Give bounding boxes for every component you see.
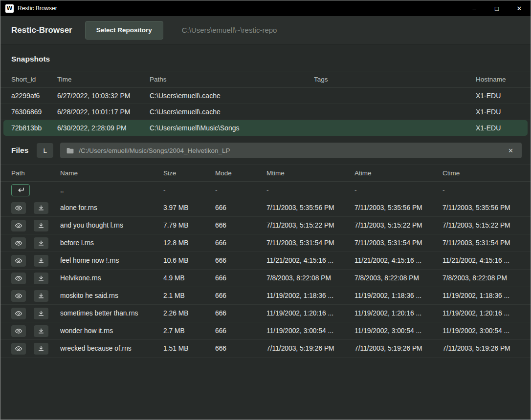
column-header-mode: Mode [215,169,266,177]
preview-button[interactable] [11,308,26,319]
download-button[interactable] [34,220,48,231]
download-icon [38,222,44,229]
column-header-short-id: Short_id [11,76,57,83]
preview-button[interactable] [11,202,26,214]
file-row: wrecked because of.rns 1.51 MB 666 7/11/… [0,340,531,357]
files-toolbar: Files L /C:/Users/emuell/Music/Songs/200… [0,136,531,165]
file-ctime: 11/19/2002, 3:00:54 ... [442,327,520,335]
snapshot-time: 6/28/2022, 10:01:17 PM [57,108,150,116]
download-button[interactable] [34,343,48,355]
column-header-path: Path [11,169,60,177]
download-button[interactable] [34,273,48,284]
titlebar: W Restic Browser – □ ✕ [0,0,531,16]
download-button[interactable] [34,325,48,337]
file-row: before l.rns 12.8 MB 666 7/11/2003, 5:31… [0,234,531,252]
file-name: moskito he said.rns [60,292,163,299]
file-mode: 666 [215,327,266,335]
breadcrumb-path: /C:/Users/emuell/Music/Songs/2004_Helvet… [79,147,506,154]
file-mtime: 11/19/2002, 3:00:54 ... [266,327,354,335]
preview-button[interactable] [11,255,26,267]
download-icon [38,205,44,211]
download-button[interactable] [34,255,48,267]
file-mtime: 7/11/2003, 5:19:26 PM [266,345,354,352]
file-mtime: 11/19/2002, 1:18:36 ... [266,292,354,299]
maximize-icon[interactable]: □ [486,0,508,16]
file-mode: 666 [215,345,266,352]
file-ctime: 7/11/2003, 5:19:26 PM [442,345,520,352]
file-name: feel home now !.rns [60,257,163,264]
download-icon [38,293,44,299]
column-header-tags: Tags [314,76,476,83]
file-size: 12.8 MB [163,239,215,247]
close-icon[interactable]: ✕ [508,0,531,16]
preview-button[interactable] [11,220,26,231]
file-mtime: 7/11/2003, 5:31:54 PM [266,239,354,247]
preview-button[interactable] [11,290,26,302]
preview-button[interactable] [11,343,26,355]
snapshots-section-title: Snapshots [0,44,531,71]
clear-path-icon[interactable]: ✕ [506,146,515,155]
breadcrumb[interactable]: /C:/Users/emuell/Music/Songs/2004_Helvet… [60,143,522,158]
file-name: alone for.rns [60,204,163,211]
file-mode: 666 [215,239,266,247]
file-ctime: 7/11/2003, 5:31:54 PM [442,239,520,247]
minimize-icon[interactable]: – [463,0,486,16]
eye-icon [15,293,22,299]
file-ctime: 7/11/2003, 5:15:22 PM [442,222,520,229]
window-controls: – □ ✕ [463,0,531,16]
download-icon [38,345,44,352]
column-header-time: Time [57,76,150,83]
snapshot-time: 6/27/2022, 10:03:32 PM [57,92,150,100]
list-mode-button[interactable]: L [37,143,53,158]
snapshot-row-selected[interactable]: 72b813bb 6/30/2022, 2:28:09 PM C:\Users\… [0,120,531,136]
snapshot-short-id: 72b813bb [11,124,57,132]
app-title: Restic-Browser [11,25,72,35]
download-button[interactable] [34,237,48,249]
file-mode: 666 [215,257,266,264]
file-name: wrecked because of.rns [60,345,163,352]
preview-button[interactable] [11,325,26,337]
file-atime: 11/19/2002, 1:18:36 ... [354,292,442,299]
file-row: alone for.rns 3.97 MB 666 7/11/2003, 5:3… [0,199,531,217]
column-header-hostname: Hostname [476,76,520,83]
preview-button[interactable] [11,273,26,284]
file-atime: 11/19/2002, 3:00:54 ... [354,327,442,335]
file-atime: 7/8/2003, 8:22:08 PM [354,274,442,282]
repository-path: C:\Users\emuell\~\restic-repo [182,26,277,34]
select-repository-button[interactable]: Select Repository [85,21,163,40]
file-ctime: 7/8/2003, 8:22:08 PM [442,274,520,282]
snapshot-hostname: X1-EDU [476,124,520,132]
file-atime: 11/19/2002, 1:20:16 ... [354,310,442,317]
column-header-size: Size [163,169,215,177]
snapshot-row[interactable]: 76306869 6/28/2022, 10:01:17 PM C:\Users… [0,104,531,120]
download-icon [38,328,44,334]
download-button[interactable] [34,202,48,214]
preview-button[interactable] [11,237,26,249]
snapshot-short-id: 76306869 [11,108,57,116]
download-icon [38,257,44,264]
column-header-ctime: Ctime [442,169,520,177]
file-row: sometimes better than.rns 2.26 MB 666 11… [0,305,531,322]
file-row: wonder how it.rns 2.7 MB 666 11/19/2002,… [0,322,531,340]
app-window: W Restic Browser – □ ✕ Restic-Browser Se… [0,0,531,420]
file-atime: 7/11/2003, 5:31:54 PM [354,239,442,247]
file-size: 2.7 MB [163,327,215,335]
eye-icon [15,205,22,211]
files-section-title: Files [11,146,28,155]
file-size: - [163,187,215,194]
download-button[interactable] [34,308,48,319]
file-atime: 7/11/2003, 5:19:26 PM [354,345,442,352]
go-up-button[interactable] [11,184,30,196]
file-mode: 666 [215,292,266,299]
file-row: and you thought l.rns 7.79 MB 666 7/11/2… [0,217,531,234]
download-icon [38,310,44,316]
download-button[interactable] [34,290,48,302]
snapshot-row[interactable]: a2299af6 6/27/2022, 10:03:32 PM C:\Users… [0,88,531,104]
app-logo-icon: W [5,4,14,13]
file-mtime: - [266,187,354,194]
file-size: 1.51 MB [163,345,215,352]
file-mode: 666 [215,310,266,317]
file-mtime: 11/21/2002, 4:15:16 ... [266,257,354,264]
file-atime: 7/11/2003, 5:15:22 PM [354,222,442,229]
snapshot-hostname: X1-EDU [476,92,520,100]
